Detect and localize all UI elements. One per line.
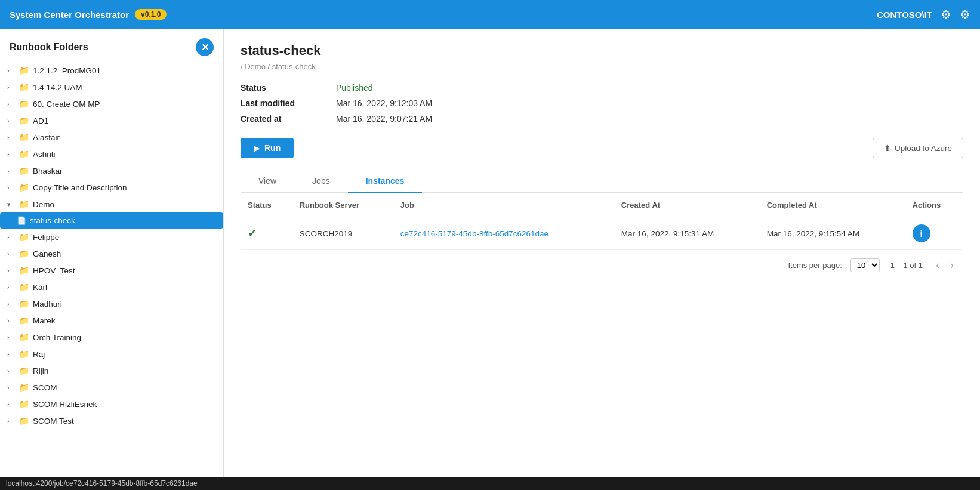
breadcrumb-sep2: / [268,62,272,71]
sidebar-item-scom[interactable]: ›📁SCOM [0,379,223,396]
chevron-icon: › [7,350,17,358]
breadcrumb-current: status-check [272,62,316,71]
sidebar-item-orchtraining[interactable]: ›📁Orch Training [0,329,223,346]
status-bar: localhost:4200/job/ce72c416-5179-45db-8f… [0,477,980,490]
sidebar-title: Runbook Folders [10,42,88,53]
tab-jobs[interactable]: Jobs [294,170,348,193]
chevron-icon: › [7,117,17,124]
navbar: System Center Orchestrator v0.1.0 CONTOS… [0,0,980,29]
sidebar-item-label: Orch Training [33,333,81,342]
job-link[interactable]: ce72c416-5179-45db-8ffb-65d7c6261dae [400,229,548,238]
folder-icon: 📁 [19,266,29,275]
sidebar-item-label: AD1 [33,116,48,125]
sidebar-item-alastair[interactable]: ›📁Alastair [0,129,223,146]
tabs-bar: ViewJobsInstances [241,170,963,193]
navbar-right: CONTOSO\IT ⚙ ⚙ [877,7,970,21]
run-button[interactable]: ▶ Run [241,138,294,158]
folder-icon: 📁 [19,249,29,258]
sidebar-item-1212[interactable]: ›📁1.2.1.2_ProdMG01 [0,62,223,79]
sidebar-item-copytitle[interactable]: ›📁Copy Title and Description [0,179,223,196]
chevron-icon: › [7,367,17,374]
sidebar-item-ashriti[interactable]: ›📁Ashriti [0,146,223,162]
next-page-button[interactable]: › [948,259,956,272]
sidebar-item-rijin[interactable]: ›📁Rijin [0,362,223,379]
sidebar-item-label: Copy Title and Description [33,183,127,192]
folder-icon: 📁 [19,332,29,342]
sidebar-item-label: SCOM Test [33,417,74,426]
sidebar-item-label: SCOM [33,383,57,392]
breadcrumb-demo[interactable]: Demo [245,62,266,71]
settings-icon[interactable]: ⚙ [941,7,951,21]
sidebar-close-button[interactable]: ✕ [196,38,214,56]
sidebar-item-bhaskar[interactable]: ›📁Bhaskar [0,162,223,179]
meta-modified-row: Last modified Mar 16, 2022, 9:12:03 AM [241,98,963,108]
upload-azure-button[interactable]: ⬆ Upload to Azure [873,138,963,158]
sidebar-item-label: Alastair [33,133,60,142]
folder-icon: 📁 [19,399,29,409]
org-name: CONTOSO\IT [877,10,932,20]
chevron-icon: › [7,400,17,408]
chevron-icon: › [7,334,17,341]
chevron-icon: › [7,300,17,307]
sidebar-item-scomtest[interactable]: ›📁SCOM Test [0,412,223,429]
sidebar-item-hpov[interactable]: ›📁HPOV_Test [0,262,223,279]
folder-icon: 📁 [19,416,29,426]
meta-status-row: Status Published [241,83,963,93]
sidebar-item-label: Rijin [33,366,48,375]
folder-icon: 📁 [19,132,29,142]
sidebar-item-label: Marek [33,316,56,325]
prev-page-button[interactable]: ‹ [933,259,942,272]
folder-icon: 📁 [19,299,29,309]
table-body: ✓SCORCH2019ce72c416-5179-45db-8ffb-65d7c… [241,217,963,250]
table-header-row: StatusRunbook ServerJobCreated AtComplet… [241,193,963,217]
chevron-icon: › [7,267,17,274]
sidebar-list: ›📁1.2.1.2_ProdMG01›📁1.4.14.2 UAM›📁60. Cr… [0,62,223,477]
sidebar-item-demo[interactable]: ▾📁Demo [0,196,223,212]
info-button[interactable]: i [913,224,930,242]
per-page-select[interactable]: 10 25 50 [850,258,880,272]
action-row: ▶ Run ⬆ Upload to Azure [241,138,963,158]
cell-job: ce72c416-5179-45db-8ffb-65d7c6261dae [393,217,614,250]
col-header-created_at: Created At [614,193,760,217]
tab-instances[interactable]: Instances [348,170,423,193]
folder-icon: 📁 [19,282,29,292]
folder-icon: 📁 [19,383,29,392]
col-header-actions: Actions [905,193,963,217]
sidebar-item-60create[interactable]: ›📁60. Create OM MP [0,95,223,112]
play-icon: ▶ [254,144,260,153]
last-modified-label: Last modified [241,98,336,108]
sidebar-item-ad1[interactable]: ›📁AD1 [0,112,223,129]
main-layout: Runbook Folders ✕ ›📁1.2.1.2_ProdMG01›📁1.… [0,29,980,477]
cell-status: ✓ [241,217,292,250]
sidebar-item-label: Demo [33,200,54,209]
upload-icon: ⬆ [884,143,891,153]
chevron-icon: › [7,167,17,174]
sidebar-item-label: Ganesh [33,249,61,258]
chevron-icon: › [7,233,17,241]
folder-icon: 📁 [19,149,29,159]
status-success-icon: ✓ [248,227,257,239]
pagination-info: 1 – 1 of 1 [890,261,923,270]
sidebar-item-ganesh[interactable]: ›📁Ganesh [0,245,223,262]
cell-actions: i [905,217,963,250]
last-modified-value: Mar 16, 2022, 9:12:03 AM [336,98,432,108]
sidebar-item-madhuri[interactable]: ›📁Madhuri [0,295,223,312]
meta-table: Status Published Last modified Mar 16, 2… [241,83,963,124]
sidebar-item-marek[interactable]: ›📁Marek [0,312,223,329]
tab-view[interactable]: View [241,170,294,193]
pagination-row: Items per page: 10 25 50 1 – 1 of 1 ‹ › [241,250,963,272]
sidebar-item-scomhizli[interactable]: ›📁SCOM HizliEsnek [0,396,223,412]
config-icon[interactable]: ⚙ [960,7,970,21]
sidebar-item-statuscheck[interactable]: 📄status-check [0,212,223,229]
app-version: v0.1.0 [135,9,167,20]
sidebar-item-1414[interactable]: ›📁1.4.14.2 UAM [0,79,223,95]
sidebar-item-raj[interactable]: ›📁Raj [0,346,223,362]
sidebar-item-karl[interactable]: ›📁Karl [0,279,223,295]
status-label: Status [241,83,336,93]
col-header-status: Status [241,193,292,217]
folder-icon: 📁 [19,316,29,325]
sidebar-item-felippe[interactable]: ›📁Felippe [0,229,223,245]
app-brand: System Center Orchestrator [10,10,129,20]
status-bar-url: localhost:4200/job/ce72c416-5179-45db-8f… [6,479,198,488]
sidebar-item-label: 60. Create OM MP [33,100,100,109]
